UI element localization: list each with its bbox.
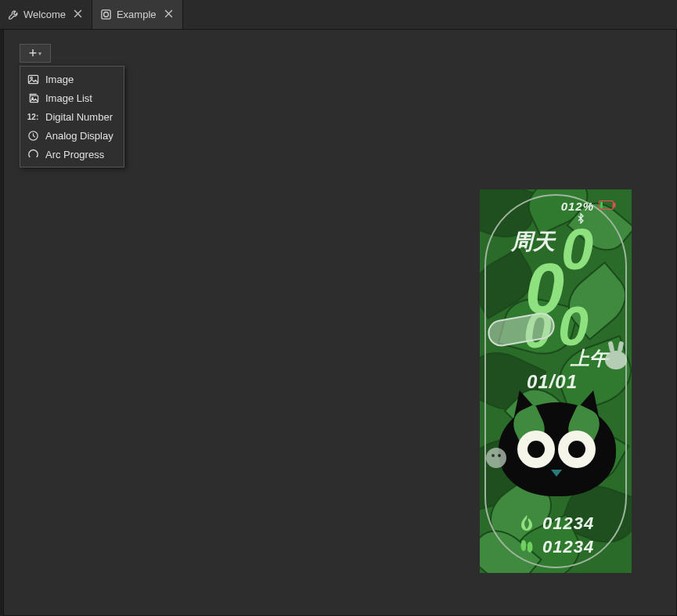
close-icon[interactable] <box>164 9 173 20</box>
close-icon[interactable] <box>74 9 82 20</box>
dropdown-item-label: Analog Display <box>45 130 113 142</box>
tab-label: Example <box>117 9 157 20</box>
plus-icon: + <box>29 46 38 60</box>
digital-number-icon: 12: <box>27 110 39 123</box>
image-icon <box>27 73 39 85</box>
calories-value: 01234 <box>542 513 594 534</box>
footsteps-icon <box>519 539 535 557</box>
dropdown-item-label: Digital Number <box>45 111 113 123</box>
clock-icon <box>27 129 39 142</box>
svg-rect-9 <box>600 202 603 208</box>
svg-rect-0 <box>102 10 110 19</box>
editor-canvas[interactable]: + ▾ Image Image List <box>3 30 677 616</box>
svg-rect-4 <box>30 95 38 102</box>
dropdown-item-label: Image List <box>45 92 92 104</box>
decoration-bunny <box>605 351 627 369</box>
svg-point-11 <box>528 542 533 553</box>
dropdown-item-arc-progress[interactable]: Arc Progress <box>20 145 124 164</box>
dropdown-item-label: Arc Progress <box>45 149 104 160</box>
steps-value: 01234 <box>542 537 594 557</box>
battery-percent: 012% <box>561 200 594 213</box>
dropdown-item-analog-display[interactable]: Analog Display <box>20 126 124 145</box>
dropdown-item-image[interactable]: Image <box>20 70 124 88</box>
decoration-cat <box>494 391 619 509</box>
caret-down-icon: ▾ <box>38 50 41 57</box>
svg-point-1 <box>103 13 108 17</box>
svg-point-3 <box>30 77 31 78</box>
ampm-label: 上午 <box>571 346 608 371</box>
svg-point-10 <box>521 540 527 551</box>
add-element-dropdown: Image Image List 12: Digital Number <box>20 66 124 168</box>
tab-bar: Welcome Example <box>0 0 677 30</box>
dropdown-item-label: Image <box>45 74 74 85</box>
tab-example[interactable]: Example <box>92 0 183 29</box>
arc-progress-icon <box>27 148 39 160</box>
tab-welcome[interactable]: Welcome <box>0 0 92 29</box>
svg-rect-2 <box>28 75 38 83</box>
wrench-icon <box>8 9 19 20</box>
watchface-preview[interactable]: 012% 周天 0 0 0 0 上午 01/01 <box>480 189 632 573</box>
decoration-ghost <box>486 448 506 468</box>
image-list-icon <box>27 92 39 104</box>
watchface-icon <box>100 9 112 20</box>
dropdown-item-image-list[interactable]: Image List <box>20 88 124 107</box>
add-element-button[interactable]: + ▾ <box>20 44 51 63</box>
svg-rect-8 <box>614 203 616 207</box>
dropdown-item-digital-number[interactable]: 12: Digital Number <box>20 107 124 126</box>
tab-label: Welcome <box>23 9 66 20</box>
flame-icon <box>520 515 533 533</box>
battery-icon <box>599 200 616 212</box>
